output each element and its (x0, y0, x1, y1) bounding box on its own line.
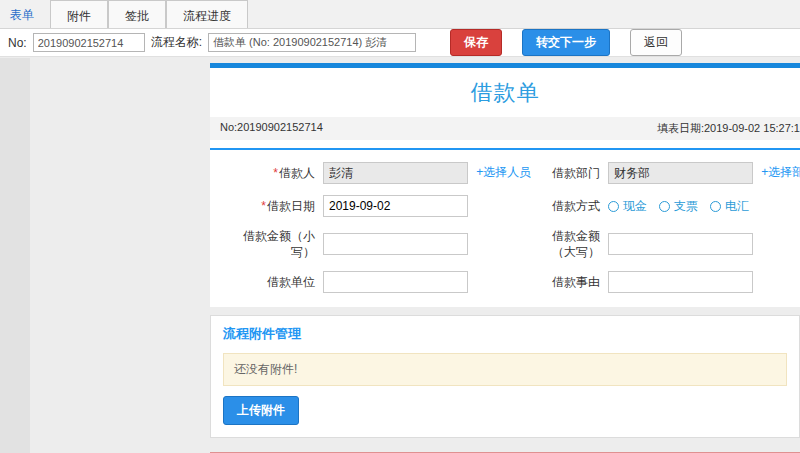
form-title: 借款单 (210, 68, 800, 117)
borrower-input[interactable] (323, 162, 468, 184)
form-fields: *借款人 +选择人员 借款部门 +选择部门 *借款日期 借款方式 现金 支票 电… (210, 150, 800, 307)
no-attachments-notice: 还没有附件! (223, 353, 787, 386)
loan-form-card: 借款单 No:20190902152714 填表日期:2019-09-02 15… (210, 63, 800, 307)
reason-input[interactable] (608, 271, 753, 293)
amount-upper-input[interactable] (608, 233, 753, 255)
no-input[interactable] (33, 33, 145, 52)
radio-wire[interactable]: 电汇 (710, 198, 749, 215)
amount-upper-label: 借款金额（大写） (538, 228, 608, 260)
radio-icon (659, 201, 670, 212)
main-content: 借款单 No:20190902152714 填表日期:2019-09-02 15… (0, 57, 800, 453)
reason-label: 借款事由 (538, 274, 608, 290)
borrow-date-label: *借款日期 (228, 198, 323, 214)
upload-attachment-button[interactable]: 上传附件 (223, 396, 299, 425)
select-dept-link[interactable]: +选择部门 (761, 165, 800, 179)
form-date-text: 填表日期:2019-09-02 15:27:1 (657, 121, 800, 136)
attachments-title: 流程附件管理 (211, 316, 799, 352)
radio-cash[interactable]: 现金 (608, 198, 647, 215)
dept-label: 借款部门 (538, 165, 608, 181)
borrow-date-input[interactable] (323, 195, 468, 217)
method-label: 借款方式 (538, 198, 608, 214)
attachments-card: 流程附件管理 还没有附件! 上传附件 (210, 315, 800, 438)
tab-bar: 表单 附件 签批 流程进度 (0, 0, 800, 29)
form-info-strip: No:20190902152714 填表日期:2019-09-02 15:27:… (210, 117, 800, 140)
tab-attachments[interactable]: 附件 (50, 0, 108, 28)
required-mark: * (273, 166, 278, 180)
tab-form[interactable]: 表单 (0, 0, 50, 28)
top-toolbar: No: 流程名称: 保存 转交下一步 返回 (0, 29, 800, 57)
left-gutter (0, 58, 30, 453)
no-label: No: (8, 36, 27, 50)
form-no-text: No:20190902152714 (220, 121, 323, 136)
amount-lower-input[interactable] (323, 233, 468, 255)
radio-icon (608, 201, 619, 212)
unit-input[interactable] (323, 271, 468, 293)
amount-lower-label: 借款金额（小写） (228, 228, 323, 260)
radio-cheque[interactable]: 支票 (659, 198, 698, 215)
tab-process-progress[interactable]: 流程进度 (166, 0, 248, 28)
radio-icon (710, 201, 721, 212)
select-person-link[interactable]: +选择人员 (476, 165, 531, 179)
borrower-label: *借款人 (228, 165, 323, 181)
process-name-input[interactable] (208, 33, 416, 52)
required-mark: * (261, 199, 266, 213)
save-button[interactable]: 保存 (450, 29, 502, 56)
tab-approval[interactable]: 签批 (108, 0, 166, 28)
dept-input[interactable] (608, 162, 753, 184)
process-name-label: 流程名称: (151, 34, 202, 51)
unit-label: 借款单位 (228, 274, 323, 290)
next-step-button[interactable]: 转交下一步 (522, 29, 610, 56)
back-button[interactable]: 返回 (630, 29, 682, 56)
